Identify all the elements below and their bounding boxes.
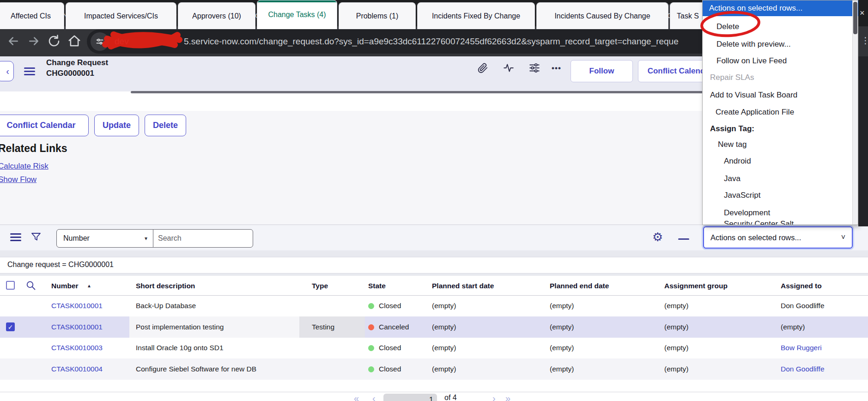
assignment-group-cell: (empty) [664,302,689,310]
breadcrumb[interactable]: Change request = CHG0000001 [7,261,114,269]
tab-approvers[interactable]: Approvers (10) [178,2,255,29]
tab-incidents-caused[interactable]: Incidents Caused By Change [536,2,668,29]
delete-button[interactable]: Delete [145,115,186,136]
screenshot-root: ˅ ServiceNow D × ServiceNow - × Post Que… [0,0,868,401]
url-prefix[interactable]: dev [115,36,129,47]
task-number-link[interactable]: CTASK0010004 [51,365,103,373]
type-cell: Testing [312,323,334,331]
calculate-risk-link[interactable]: Calculate Risk [0,162,49,171]
reload-icon[interactable] [47,34,61,48]
first-page-icon[interactable]: « [354,393,359,401]
tab-affected-cis[interactable]: Affected CIs [0,2,64,29]
prev-page-icon[interactable]: ‹ [372,393,376,401]
planned-start-cell: (empty) [432,344,456,352]
menu-item-tag-java[interactable]: Java [703,171,868,187]
show-flow-link[interactable]: Show Flow [0,175,36,184]
last-page-icon[interactable]: » [505,393,510,401]
sort-asc-icon[interactable]: ▲ [87,283,91,288]
collapse-minus-icon[interactable] [678,238,689,240]
menu-item-actions-header[interactable]: Actions on selected rows... [703,0,859,16]
column-header-short-description[interactable]: Short description [136,282,195,290]
follow-button[interactable]: Follow [571,60,633,82]
menu-item-create-application-file[interactable]: Create Application File [703,104,865,120]
actions-context-menu: Actions on selected rows... Delete Delet… [702,0,858,225]
short-description-cell: Install Oracle 10g onto SD1 [136,344,224,352]
menu-item-tag-javascript[interactable]: JavaScript [703,188,868,203]
tab-change-tasks[interactable]: Change Tasks (4) [257,0,337,29]
attachment-paperclip-icon[interactable] [477,62,489,74]
filter-funnel-icon[interactable] [30,231,42,243]
menu-item-clipped-label: Security Center Salt [703,219,852,225]
list-search-input[interactable] [153,229,253,248]
actions-select-value: Actions on selected rows... [704,233,801,242]
menu-item-follow-live-feed[interactable]: Follow on Live Feed [703,53,866,69]
short-description-cell: Configure Siebel Software for new DB [136,365,256,373]
assigned-to-link[interactable]: Don Goodliffe [781,302,825,310]
more-options-icon[interactable]: ••• [552,64,561,73]
task-number-link[interactable]: CTASK0010003 [51,344,103,352]
state-cell: Canceled [379,323,409,331]
column-header-assignment-group[interactable]: Assignment group [664,282,728,290]
state-cell: Closed [379,302,401,310]
planned-end-cell: (empty) [550,302,574,310]
column-header-number[interactable]: Number [51,282,79,290]
menu-item-clipped[interactable]: Security Center Salt [703,219,852,225]
column-header-state[interactable]: State [368,282,386,290]
window-edge-strip: × ⋮ [858,0,868,226]
back-to-list-button[interactable]: ‹ [0,61,14,81]
column-header-planned-end[interactable]: Planned end date [550,282,609,290]
menu-scrollbar-track[interactable] [852,0,858,225]
home-icon[interactable] [67,34,81,48]
breadcrumb-row [0,257,868,273]
kebab-menu-icon[interactable]: ⋮ [861,35,868,46]
page-number-input[interactable] [383,394,437,401]
menu-scrollbar-thumb[interactable] [853,2,857,34]
planned-end-cell: (empty) [550,365,574,373]
tab-problems[interactable]: Problems (1) [339,2,416,29]
task-number-link[interactable]: CTASK0010001 [51,302,103,310]
activity-pulse-icon[interactable] [503,62,515,74]
menu-item-repair-slas: Repair SLAs [703,70,860,85]
forward-icon[interactable] [27,34,41,48]
menu-item-tag-development[interactable]: Development [703,205,868,221]
column-header-assigned-to[interactable]: Assigned to [781,282,822,290]
menu-item-new-tag[interactable]: New tag [703,137,868,152]
form-context-menu-icon[interactable] [24,67,35,69]
chevron-down-icon: ˅ [841,233,845,242]
assigned-to-link[interactable]: Don Goodliffe [781,365,825,373]
menu-item-tag-android[interactable]: Android [703,153,868,169]
site-settings-icon[interactable] [91,32,109,51]
search-field-selector[interactable]: Number ▾ [56,229,153,248]
menu-item-visual-task-board[interactable]: Add to Visual Task Board [703,87,860,103]
record-type-label: Change Request [46,57,108,68]
short-description-cell: Back-Up Database [136,302,196,310]
column-header-planned-start[interactable]: Planned start date [432,282,494,290]
row-search-icon[interactable] [25,280,36,291]
back-icon[interactable] [6,34,20,48]
column-header-type[interactable]: Type [312,282,328,290]
short-description-cell: Post implementation testing [136,323,224,331]
row-checkbox-checked[interactable]: ✓ [6,322,15,331]
menu-item-delete[interactable]: Delete [703,19,866,35]
tab-label: Change Tasks (4) [257,11,337,19]
select-all-checkbox[interactable] [6,281,15,290]
tab-impacted-services[interactable]: Impacted Services/CIs [66,2,176,29]
url-text[interactable]: 5.service-now.com/change_request.do?sys_… [184,36,701,47]
conflict-calendar-button[interactable]: Conflict Calendar [0,115,89,136]
active-tab-accent [257,0,337,2]
update-button[interactable]: Update [94,115,139,136]
next-page-icon[interactable]: › [492,393,496,401]
list-menu-icon[interactable] [10,233,21,235]
menu-item-delete-with-preview[interactable]: Delete with preview... [703,36,866,52]
planned-end-cell: (empty) [550,323,574,331]
close-icon[interactable]: × [860,8,865,18]
gear-icon[interactable]: ⚙ [652,230,663,244]
assigned-to-link[interactable]: Bow Ruggeri [781,344,822,352]
tab-incidents-fixed[interactable]: Incidents Fixed By Change [417,2,535,29]
page-of-label: of 4 [444,394,457,401]
task-number-link[interactable]: CTASK0010001 [51,323,103,331]
personalize-sliders-icon[interactable] [528,62,540,74]
state-dot [368,366,374,372]
footer-divider [0,392,868,392]
actions-select[interactable]: Actions on selected rows... ˅ [703,226,853,249]
